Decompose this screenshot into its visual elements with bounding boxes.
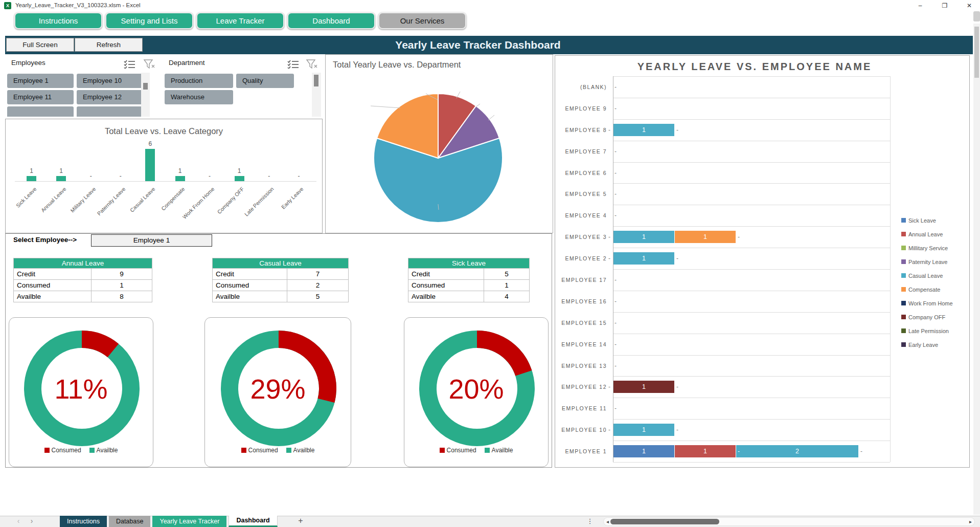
legend-label: Consumed — [447, 447, 476, 454]
gridline — [613, 183, 890, 184]
chart-title: YEARLY LEAVE VS. EMPLOYEE NAME — [576, 61, 933, 73]
gridline — [613, 76, 890, 77]
category-label: EMPLOYEE 3 — [558, 234, 607, 240]
add-sheet-button[interactable]: + — [294, 516, 307, 527]
category-label: (BLANK) — [558, 84, 607, 90]
nav-button-setting-and-lists[interactable]: Setting and Lists — [105, 12, 193, 29]
nav-button-dashboard[interactable]: Dashboard — [287, 12, 375, 29]
slicer-item-employee-12[interactable]: Employee 12 — [77, 90, 143, 104]
table-cell-value: 4 — [484, 291, 529, 302]
table-cell-label: Credit — [213, 269, 287, 279]
zero-value-label: - — [676, 126, 678, 134]
table-cell-value: 7 — [287, 269, 348, 279]
legend-label: Paternity Leave — [908, 259, 947, 265]
category-label: EMPLOYEE 4 — [558, 212, 607, 218]
zero-value-label: - — [614, 104, 617, 113]
sheet-tab-yearly-leave-tracker[interactable]: Yearly Leave Tracker — [152, 516, 226, 527]
legend-item-annual-leave: Annual Leave — [901, 227, 943, 241]
table-header: Casual Leave — [213, 258, 348, 268]
legend-swatch — [901, 315, 906, 319]
sheet-tab-database[interactable]: Database — [109, 516, 151, 527]
donut-legend: ConsumedAvailble — [9, 447, 153, 454]
vertical-scrollbar[interactable] — [973, 24, 980, 515]
table-cell-value: 8 — [92, 291, 152, 302]
slicer-title: Department — [169, 59, 205, 67]
restore-button[interactable]: ❐ — [936, 0, 953, 11]
category-label: EMPLOYEE 2 — [558, 255, 607, 261]
gridline — [613, 312, 890, 313]
table-cell-value: 1 — [92, 280, 152, 291]
slicer-item-warehouse[interactable]: Warehouse — [165, 90, 233, 104]
table-cell-value: 1 — [484, 280, 529, 291]
table-cell-value: 9 — [92, 269, 152, 279]
bar-value-label: 6 — [140, 140, 161, 147]
slicer-item-quality[interactable]: Quality — [236, 74, 294, 88]
slicer-item-production[interactable]: Production — [165, 74, 233, 88]
legend-swatch — [286, 448, 291, 453]
slicer-scrollbar[interactable] — [141, 73, 150, 117]
x-axis-line — [15, 181, 316, 182]
gridline — [613, 269, 890, 270]
category-label: EMPLOYEE 5 — [558, 191, 607, 197]
vertical-scroll-up-button[interactable] — [973, 11, 980, 21]
leave-table-casual-leave: Casual LeaveCredit7Consumed2Availble5 — [212, 258, 349, 302]
close-button[interactable]: ✕ — [961, 0, 978, 11]
slicer-item-partial[interactable] — [7, 106, 74, 117]
select-employee-dropdown[interactable]: Employee 1 — [91, 234, 212, 247]
vertical-scrollbar-thumb[interactable] — [974, 27, 979, 78]
gridline — [613, 376, 890, 377]
clear-filter-icon[interactable] — [306, 59, 318, 69]
table-cell-value: 2 — [287, 280, 348, 291]
gridline — [613, 141, 890, 141]
bar-casual-leave — [145, 149, 155, 181]
slicer-item-employee-10[interactable]: Employee 10 — [77, 74, 143, 88]
gridline — [613, 355, 890, 356]
table-header: Sick Leave — [408, 258, 529, 268]
table-cell-label: Consumed — [14, 280, 92, 291]
scroll-left-icon[interactable]: ◂ — [606, 518, 609, 525]
legend-swatch — [901, 301, 906, 305]
kebab-menu-icon[interactable]: ⋮ — [586, 516, 594, 527]
slicer-item-employee-1[interactable]: Employee 1 — [7, 74, 74, 88]
multi-select-icon[interactable] — [124, 59, 136, 69]
zero-value-label: - — [676, 426, 678, 434]
sheet-tab-instructions[interactable]: Instructions — [60, 516, 107, 527]
table-row: Availble4 — [408, 291, 529, 302]
slicer-item-employee-11[interactable]: Employee 11 — [7, 90, 74, 104]
sheet-nav-right-icon[interactable]: › — [26, 516, 38, 527]
zero-value-label: - — [614, 211, 617, 219]
slicer-title: Employees — [11, 59, 45, 67]
horizontal-scrollbar-thumb[interactable] — [610, 519, 719, 524]
zero-value-label: - — [608, 126, 610, 134]
zero-value-label: - — [676, 383, 678, 391]
bar-value-label: - — [110, 172, 131, 180]
slicer-scrollbar-thumb[interactable] — [143, 83, 148, 90]
gridline — [613, 205, 890, 205]
nav-button-instructions[interactable]: Instructions — [14, 12, 102, 29]
department-slicer: Department ProductionQualityWarehouse — [163, 56, 323, 117]
table-cell-value: 5 — [287, 291, 348, 302]
multi-select-icon[interactable] — [287, 59, 300, 69]
scroll-right-icon[interactable]: ▸ — [969, 518, 972, 525]
bar-company-off — [235, 176, 244, 182]
zero-value-label: - — [614, 362, 617, 370]
slicer-scrollbar[interactable] — [312, 73, 321, 117]
sheet-nav-left-icon[interactable]: ‹ — [12, 516, 25, 527]
excel-app-icon: X — [4, 2, 11, 9]
nav-button-leave-tracker[interactable]: Leave Tracker — [196, 12, 284, 29]
legend-item-millitary-service: Millitary Service — [901, 241, 948, 255]
legend-swatch — [901, 259, 906, 264]
table-row: Consumed2 — [213, 279, 348, 291]
select-employee-label: Select Employee--> — [13, 236, 77, 244]
nav-button-our-services[interactable]: Our Services — [378, 12, 466, 29]
table-header: Annual Leave — [14, 258, 152, 268]
zero-value-label: - — [608, 426, 610, 434]
slicer-item-partial[interactable] — [77, 106, 143, 117]
sheet-tab-dashboard[interactable]: Dashboard — [229, 516, 277, 527]
category-label: EMPLOYEE 9 — [558, 105, 607, 112]
slicer-scrollbar-thumb[interactable] — [314, 75, 318, 86]
category-label: EMPLOYEE 13 — [558, 363, 607, 369]
minimize-button[interactable]: – — [911, 0, 929, 11]
bar-segment-casual-leave: 2 — [736, 445, 858, 457]
clear-filter-icon[interactable] — [143, 59, 155, 69]
